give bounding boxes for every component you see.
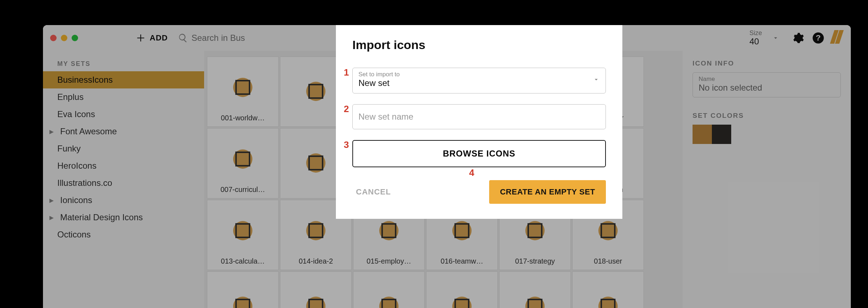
- sidebar-item-label: Font Awesome: [60, 126, 117, 136]
- sidebar-item-label: Enplus: [57, 92, 83, 102]
- toolbar-icons: ?: [792, 32, 824, 44]
- help-button[interactable]: ?: [812, 32, 824, 44]
- sidebar-item-label: HeroIcons: [57, 161, 96, 171]
- icon-card[interactable]: [207, 271, 279, 308]
- browse-icons-button[interactable]: BROWSE ICONS: [352, 140, 606, 167]
- icon-thumbnail: [373, 275, 404, 308]
- chevron-right-icon: ▸: [49, 195, 54, 205]
- set-colors-title: SET COLORS: [693, 112, 841, 120]
- icon-thumbnail: [300, 61, 331, 122]
- sidebar: MY SETS BusinessIconsEnplusEva Icons▸Fon…: [43, 51, 204, 308]
- icon-thumbnail: [300, 132, 331, 194]
- icon-caption: 018-user: [594, 257, 622, 265]
- chevron-right-icon: ▸: [49, 126, 54, 136]
- step-marker-1: 1: [344, 67, 349, 78]
- import-target-value: New set: [358, 78, 400, 88]
- step-marker-3: 3: [344, 139, 349, 150]
- sidebar-item-ionicons[interactable]: ▸Ionicons: [43, 192, 204, 209]
- icon-thumbnail: [447, 275, 477, 308]
- icon-caption: 001-worldw…: [221, 114, 265, 122]
- icon-thumbnail: [300, 275, 331, 308]
- icon-thumbnail: [520, 275, 550, 308]
- icon-caption: 015-employ…: [367, 257, 411, 265]
- icon-card[interactable]: [499, 271, 571, 308]
- color-swatches: [693, 125, 841, 144]
- sidebar-item-funky[interactable]: Funky: [43, 140, 204, 157]
- sidebar-item-illustrations-co[interactable]: Illustrations.co: [43, 174, 204, 192]
- add-button[interactable]: ADD: [136, 33, 168, 43]
- inspector-title: ICON INFO: [693, 59, 841, 67]
- close-window-button[interactable]: [50, 35, 57, 41]
- create-empty-set-button[interactable]: CREATE AN EMPTY SET: [489, 180, 606, 204]
- icon-name-label: Name: [699, 76, 835, 83]
- icon-card[interactable]: [426, 271, 498, 308]
- color-swatch[interactable]: [712, 125, 731, 144]
- minimize-window-button[interactable]: [61, 35, 67, 41]
- cancel-button[interactable]: CANCEL: [356, 187, 391, 197]
- sidebar-item-label: Funky: [57, 144, 81, 154]
- step-marker-2: 2: [344, 104, 349, 115]
- sidebar-item-font-awesome[interactable]: ▸Font Awesome: [43, 123, 204, 140]
- sidebar-item-enplus[interactable]: Enplus: [43, 88, 204, 106]
- color-swatch[interactable]: [693, 125, 712, 144]
- icon-thumbnail: [227, 61, 258, 114]
- gear-icon: [792, 32, 804, 44]
- svg-text:?: ?: [816, 33, 821, 42]
- sidebar-item-label: Illustrations.co: [57, 178, 112, 188]
- import-target-select[interactable]: Set to import to New set: [352, 68, 606, 93]
- sidebar-item-label: Material Design Icons: [60, 212, 143, 222]
- add-label: ADD: [150, 33, 168, 43]
- help-icon: ?: [812, 32, 824, 44]
- icon-name-value: No icon selected: [699, 83, 835, 93]
- icon-card[interactable]: 001-worldw…: [207, 57, 279, 127]
- icon-thumbnail: [227, 204, 258, 257]
- modal-title: Import icons: [352, 38, 606, 52]
- icon-card[interactable]: 007-curricul…: [207, 128, 279, 198]
- sidebar-item-label: Octicons: [57, 230, 91, 240]
- sidebar-item-businessicons[interactable]: BusinessIcons: [43, 71, 204, 88]
- new-set-name-input[interactable]: [352, 104, 606, 129]
- icon-caption: 013-calcula…: [221, 257, 265, 265]
- icon-card[interactable]: [353, 271, 425, 308]
- sidebar-title: MY SETS: [43, 55, 204, 71]
- brand-logo: [831, 30, 842, 46]
- inspector: ICON INFO Name No icon selected SET COLO…: [683, 51, 851, 308]
- import-modal: Import icons 1 Set to import to New set …: [336, 25, 622, 219]
- sidebar-item-eva-icons[interactable]: Eva Icons: [43, 106, 204, 123]
- icon-card[interactable]: 013-calcula…: [207, 200, 279, 270]
- icon-caption: 017-strategy: [515, 257, 555, 265]
- size-label: Size: [749, 30, 762, 37]
- plus-icon: [136, 33, 145, 43]
- sidebar-item-material-design-icons[interactable]: ▸Material Design Icons: [43, 209, 204, 226]
- step-marker-4: 4: [469, 167, 474, 178]
- icon-caption: 007-curricul…: [221, 186, 265, 194]
- icon-thumbnail: [593, 275, 623, 308]
- icon-thumbnail: [227, 132, 258, 186]
- icon-card[interactable]: [280, 271, 352, 308]
- icon-caption: 014-idea-2: [299, 257, 333, 265]
- size-value: 40: [749, 37, 762, 46]
- icon-caption: 016-teamw…: [441, 257, 483, 265]
- maximize-window-button[interactable]: [72, 35, 78, 41]
- settings-button[interactable]: [792, 32, 804, 44]
- sidebar-item-octicons[interactable]: Octicons: [43, 226, 204, 243]
- search-icon: [178, 33, 188, 43]
- sidebar-item-heroicons[interactable]: HeroIcons: [43, 157, 204, 174]
- window-controls: [50, 35, 78, 41]
- icon-name-field: Name No icon selected: [693, 72, 841, 97]
- icon-thumbnail: [300, 204, 331, 257]
- sidebar-item-label: Ionicons: [60, 195, 92, 205]
- size-select[interactable]: Size 40: [749, 30, 779, 46]
- sidebar-item-label: Eva Icons: [57, 109, 95, 119]
- icon-thumbnail: [227, 275, 258, 308]
- sidebar-item-label: BusinessIcons: [57, 75, 113, 85]
- chevron-right-icon: ▸: [49, 212, 54, 222]
- app-window: ADD Size 40 ? MY SETS Bus: [43, 25, 851, 308]
- import-target-label: Set to import to: [358, 71, 400, 78]
- chevron-down-icon: [593, 76, 600, 83]
- chevron-down-icon: [772, 34, 779, 42]
- icon-card[interactable]: [572, 271, 644, 308]
